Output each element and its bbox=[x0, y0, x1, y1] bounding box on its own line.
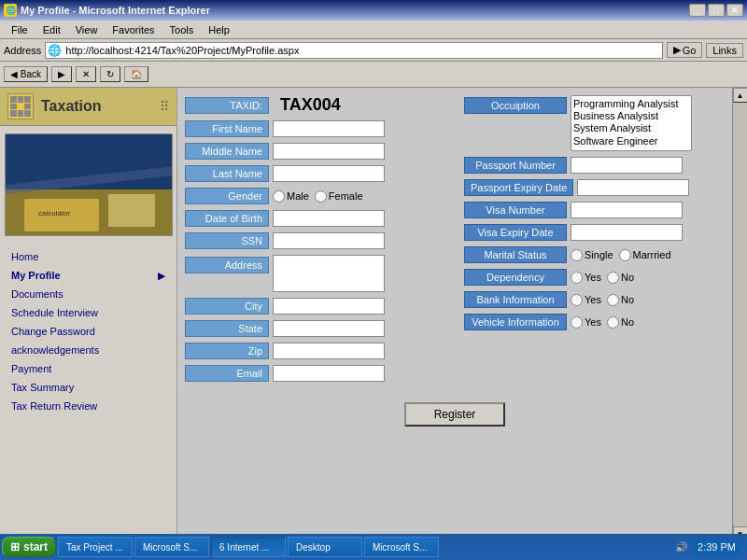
city-label: City bbox=[185, 298, 269, 315]
zip-input[interactable] bbox=[273, 343, 385, 359]
nav-arrow-profile: ▶ bbox=[158, 271, 165, 281]
taxid-label: TAXID: bbox=[185, 97, 269, 114]
register-btn-area: Register bbox=[185, 402, 725, 427]
go-button[interactable]: ▶Go bbox=[667, 42, 703, 58]
gender-radio-group: Male Female bbox=[273, 190, 363, 203]
start-button[interactable]: ⊞ start bbox=[2, 537, 56, 557]
close-button[interactable]: ✕ bbox=[726, 4, 743, 17]
menu-help[interactable]: Help bbox=[201, 22, 237, 37]
vehicle-yes-radio[interactable] bbox=[571, 316, 583, 329]
city-input[interactable] bbox=[273, 298, 385, 315]
windows-icon: ⊞ bbox=[10, 540, 20, 553]
register-button[interactable]: Register bbox=[404, 402, 506, 427]
menu-edit[interactable]: Edit bbox=[35, 22, 68, 37]
last-name-input[interactable] bbox=[273, 165, 385, 182]
title-bar: 🌐 My Profile - Microsoft Internet Explor… bbox=[0, 0, 747, 21]
dependency-yes-label[interactable]: Yes bbox=[571, 272, 601, 284]
vehicle-no-radio[interactable] bbox=[607, 316, 619, 329]
system-tray-icon: 🔊 bbox=[675, 541, 688, 553]
bank-no-label[interactable]: No bbox=[607, 294, 634, 306]
taskbar-item-2[interactable]: 6 Internet ... bbox=[211, 537, 286, 557]
ssn-input[interactable] bbox=[273, 232, 385, 249]
nav-home[interactable]: Home bbox=[0, 247, 176, 266]
marital-married-label[interactable]: Marrried bbox=[619, 249, 671, 261]
scroll-track[interactable] bbox=[733, 103, 748, 526]
taskbar-item-3[interactable]: Desktop bbox=[288, 537, 362, 557]
profile-image: calculator bbox=[5, 133, 173, 236]
city-row: City bbox=[185, 298, 445, 315]
zip-row: Zip bbox=[185, 343, 445, 359]
back-button[interactable]: ◀ Back bbox=[4, 66, 48, 82]
nav-schedule-interview[interactable]: Schedule Interview bbox=[0, 303, 176, 322]
maximize-button[interactable]: □ bbox=[708, 4, 725, 17]
dob-input[interactable] bbox=[273, 210, 385, 227]
visa-number-row: Visa Number bbox=[464, 202, 725, 218]
menu-favorites[interactable]: Favorites bbox=[105, 22, 162, 37]
links-button[interactable]: Links bbox=[706, 43, 743, 58]
occupation-row: Occuiption Programming Analysist Busines… bbox=[464, 95, 725, 151]
middle-name-input[interactable] bbox=[273, 143, 385, 160]
nav-documents[interactable]: Documents bbox=[0, 285, 176, 303]
last-name-row: Last Name bbox=[185, 165, 445, 182]
menu-file[interactable]: File bbox=[4, 22, 35, 37]
taskbar-item-1[interactable]: Microsoft S... bbox=[134, 537, 209, 557]
visa-number-input[interactable] bbox=[571, 202, 683, 218]
gender-label: Gender bbox=[185, 188, 269, 204]
refresh-button[interactable]: ↻ bbox=[100, 66, 120, 82]
address-input-container: 🌐 bbox=[45, 42, 662, 59]
gender-male-label[interactable]: Male bbox=[273, 190, 309, 203]
minimize-button[interactable]: _ bbox=[689, 4, 706, 17]
marital-radio-group: Single Marrried bbox=[571, 249, 671, 261]
taskbar-item-0[interactable]: Tax Project ... bbox=[58, 537, 133, 557]
nav-change-password[interactable]: Change Password bbox=[0, 322, 176, 341]
vertical-scrollbar[interactable]: ▲ ▼ bbox=[732, 88, 747, 541]
home-button[interactable]: 🏠 bbox=[124, 66, 148, 82]
vehicle-yes-label[interactable]: Yes bbox=[571, 316, 601, 329]
nav-menu: Home My Profile ▶ Documents Schedule Int… bbox=[0, 244, 176, 419]
ssn-row: SSN bbox=[185, 232, 445, 249]
occupation-select[interactable]: Programming Analysist Business Analysist… bbox=[571, 95, 692, 151]
stop-button[interactable]: ✕ bbox=[76, 66, 96, 82]
nav-my-profile[interactable]: My Profile ▶ bbox=[0, 266, 176, 285]
url-input[interactable] bbox=[65, 45, 659, 56]
first-name-input[interactable] bbox=[273, 120, 385, 137]
bank-yes-label[interactable]: Yes bbox=[571, 294, 601, 306]
taxation-icon bbox=[7, 93, 34, 119]
dob-label: Date of Birth bbox=[185, 210, 269, 227]
marital-single-radio[interactable] bbox=[571, 249, 583, 261]
state-input[interactable] bbox=[273, 320, 385, 337]
last-name-label: Last Name bbox=[185, 165, 269, 182]
taxid-row: TAXID: TAX004 bbox=[185, 95, 445, 115]
marital-married-radio[interactable] bbox=[619, 249, 631, 261]
vehicle-radio-group: Yes No bbox=[571, 316, 634, 329]
passport-number-row: Passport Number bbox=[464, 157, 725, 174]
nav-tax-return-review[interactable]: Tax Return Review bbox=[0, 397, 176, 415]
menu-view[interactable]: View bbox=[68, 22, 106, 37]
passport-number-input[interactable] bbox=[571, 157, 683, 174]
dependency-yes-radio[interactable] bbox=[571, 272, 583, 284]
menu-tools[interactable]: Tools bbox=[162, 22, 202, 37]
passport-expiry-input[interactable] bbox=[577, 179, 689, 196]
gender-female-label[interactable]: Female bbox=[315, 190, 363, 203]
bank-no-radio[interactable] bbox=[607, 294, 619, 306]
visa-expiry-input[interactable] bbox=[571, 224, 683, 241]
marital-single-label[interactable]: Single bbox=[571, 249, 613, 261]
scroll-up-button[interactable]: ▲ bbox=[733, 88, 748, 103]
forward-button[interactable]: ▶ bbox=[51, 66, 72, 82]
taskbar-right: 🔊 2:39 PM bbox=[675, 539, 745, 554]
email-input[interactable] bbox=[273, 365, 385, 382]
vehicle-no-label[interactable]: No bbox=[607, 316, 634, 329]
gender-male-radio[interactable] bbox=[273, 190, 285, 203]
taskbar-item-4[interactable]: Microsoft S... bbox=[364, 537, 439, 557]
bank-yes-radio[interactable] bbox=[571, 294, 583, 306]
nav-payment[interactable]: Payment bbox=[0, 359, 176, 378]
nav-acknowledgements[interactable]: acknowledgements bbox=[0, 341, 176, 359]
dependency-no-label[interactable]: No bbox=[607, 272, 634, 284]
address-bar: Address 🌐 ▶Go Links bbox=[0, 39, 747, 62]
address-input[interactable] bbox=[273, 255, 385, 292]
dependency-radio-group: Yes No bbox=[571, 272, 634, 284]
nav-tax-summary[interactable]: Tax Summary bbox=[0, 378, 176, 397]
address-icon: 🌐 bbox=[48, 44, 62, 57]
dependency-no-radio[interactable] bbox=[607, 272, 619, 284]
gender-female-radio[interactable] bbox=[315, 190, 327, 203]
